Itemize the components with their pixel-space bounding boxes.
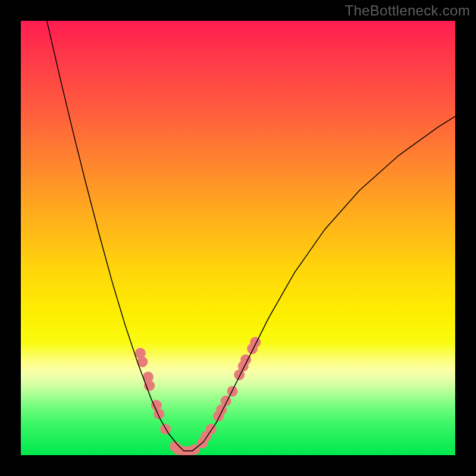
highlight-dot [160, 424, 171, 434]
highlight-dots [135, 337, 261, 455]
highlight-dot [221, 396, 231, 406]
watermark-text: TheBottleneck.com [345, 2, 470, 19]
plot-area [21, 21, 455, 455]
highlight-dot [250, 337, 261, 347]
curve-layer [21, 21, 455, 455]
highlight-dot [154, 409, 164, 419]
bottleneck-curve [47, 21, 455, 451]
highlight-dot [144, 380, 155, 391]
chart-frame: TheBottleneck.com [0, 0, 476, 476]
